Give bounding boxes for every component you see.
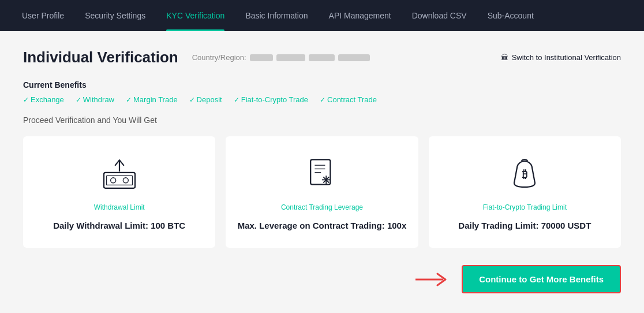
svg-point-2 xyxy=(110,178,115,183)
benefit-item: ✓Deposit xyxy=(189,95,222,104)
fiat-subtitle: Fiat-to-Crypto Trading Limit xyxy=(483,203,567,211)
country-value-blur4 xyxy=(338,54,370,61)
page-title: Individual Verification xyxy=(23,49,178,66)
main-content: Individual Verification Country/Region: … xyxy=(0,31,644,311)
nav-item-download-csv[interactable]: Download CSV xyxy=(402,0,477,31)
check-icon: ✓ xyxy=(234,96,239,104)
country-label: Country/Region: xyxy=(192,53,246,62)
withdrawal-subtitle: Withdrawal Limit xyxy=(94,203,145,211)
country-value-blur1 xyxy=(250,54,273,61)
contract-icon xyxy=(299,154,345,194)
withdrawal-title: Daily Withdrawal Limit: 100 BTC xyxy=(53,221,185,230)
country-value-blur3 xyxy=(309,54,335,61)
fiat-title: Daily Trading Limit: 70000 USDT xyxy=(458,221,591,230)
arrow-container xyxy=(415,271,450,288)
benefit-label: Deposit xyxy=(197,95,222,104)
contract-subtitle: Contract Trading Leverage xyxy=(281,203,363,211)
page-header-left: Individual Verification Country/Region: xyxy=(23,49,370,66)
withdrawal-card: Withdrawal Limit Daily Withdrawal Limit:… xyxy=(23,136,215,248)
nav-item-basic-information[interactable]: Basic Information xyxy=(235,0,318,31)
check-icon: ✓ xyxy=(126,96,132,104)
benefit-item: ✓Withdraw xyxy=(76,95,114,104)
nav-item-api-management[interactable]: API Management xyxy=(319,0,402,31)
check-icon: ✓ xyxy=(23,96,29,104)
proceed-label: Proceed Verification and You Will Get xyxy=(23,115,621,125)
arrow-icon xyxy=(415,271,450,288)
nav-bar: User ProfileSecurity SettingsKYC Verific… xyxy=(0,0,644,31)
check-icon: ✓ xyxy=(320,96,325,104)
nav-item-kyc-verification[interactable]: KYC Verification xyxy=(156,0,235,31)
check-icon: ✓ xyxy=(189,96,195,104)
switch-label: Switch to Institutional Verification xyxy=(512,53,621,62)
institution-icon: 🏛 xyxy=(501,53,508,62)
benefit-label: Exchange xyxy=(31,95,64,104)
fiat-icon: ₿ xyxy=(501,154,548,194)
benefit-label: Margin Trade xyxy=(133,95,178,104)
bottom-row: Continue to Get More Benefits xyxy=(23,265,621,293)
benefit-label: Contract Trade xyxy=(327,95,377,104)
current-benefits-label: Current Benefits xyxy=(23,80,621,90)
benefit-item: ✓Margin Trade xyxy=(126,95,178,104)
benefit-item: ✓Fiat-to-Crypto Trade xyxy=(234,95,308,104)
benefit-label: Withdraw xyxy=(83,95,114,104)
benefit-label: Fiat-to-Crypto Trade xyxy=(241,95,308,104)
nav-item-sub-account[interactable]: Sub-Account xyxy=(477,0,544,31)
switch-institutional-link[interactable]: 🏛 Switch to Institutional Verification xyxy=(501,53,621,62)
continue-button[interactable]: Continue to Get More Benefits xyxy=(462,265,621,293)
page-header: Individual Verification Country/Region: … xyxy=(23,49,621,66)
svg-text:₿: ₿ xyxy=(522,169,527,180)
cards-row: Withdrawal Limit Daily Withdrawal Limit:… xyxy=(23,136,621,248)
withdrawal-icon xyxy=(96,154,143,194)
nav-item-security-settings[interactable]: Security Settings xyxy=(74,0,156,31)
country-value-blur2 xyxy=(276,54,305,61)
country-region: Country/Region: xyxy=(192,53,370,62)
contract-title: Max. Leverage on Contract Trading: 100x xyxy=(238,221,407,230)
nav-item-user-profile[interactable]: User Profile xyxy=(12,0,74,31)
benefit-item: ✓Exchange xyxy=(23,95,64,104)
svg-rect-0 xyxy=(104,173,135,188)
contract-card: Contract Trading Leverage Max. Leverage … xyxy=(226,136,418,248)
benefits-row: ✓Exchange✓Withdraw✓Margin Trade✓Deposit✓… xyxy=(23,95,621,104)
fiat-card: ₿ Fiat-to-Crypto Trading Limit Daily Tra… xyxy=(429,136,621,248)
svg-point-3 xyxy=(123,178,128,183)
check-icon: ✓ xyxy=(76,96,81,104)
benefit-item: ✓Contract Trade xyxy=(320,95,377,104)
